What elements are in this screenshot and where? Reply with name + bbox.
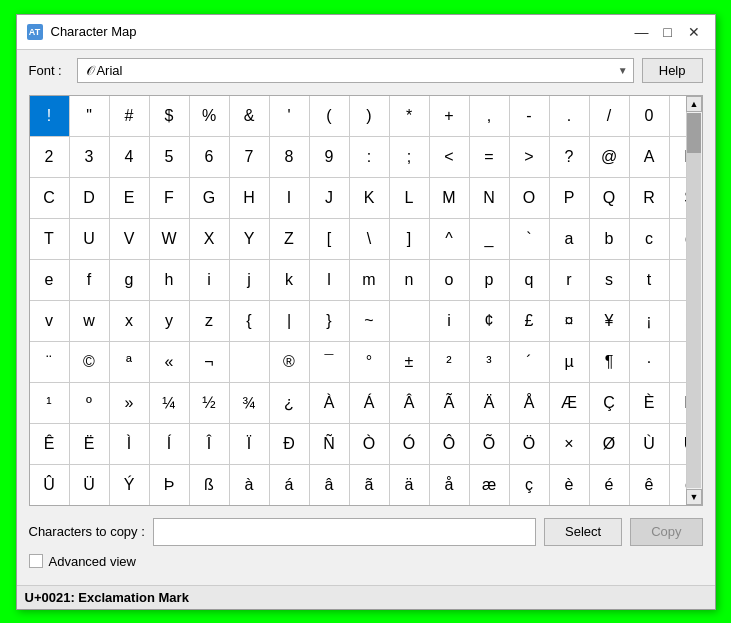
char-cell[interactable]: § (670, 301, 686, 341)
char-cell[interactable]: ª (110, 342, 150, 382)
char-cell[interactable]: O (510, 178, 550, 218)
char-cell[interactable]: m (350, 260, 390, 300)
advanced-view-checkbox[interactable] (29, 554, 43, 568)
char-cell[interactable]: Ê (30, 424, 70, 464)
char-cell[interactable]: ´ (510, 342, 550, 382)
scroll-down-button[interactable]: ▼ (686, 489, 702, 505)
char-cell[interactable]: i (190, 260, 230, 300)
char-cell[interactable]: 8 (270, 137, 310, 177)
char-cell[interactable]: « (150, 342, 190, 382)
char-cell[interactable]: ; (390, 137, 430, 177)
char-cell[interactable]: U (70, 219, 110, 259)
char-cell[interactable]: u (670, 260, 686, 300)
char-cell[interactable]: Æ (550, 383, 590, 423)
char-cell[interactable]: % (190, 96, 230, 136)
char-cell[interactable]: > (510, 137, 550, 177)
char-cell[interactable]: ¡ (630, 301, 670, 341)
char-cell[interactable]: s (590, 260, 630, 300)
char-cell[interactable]: Y (230, 219, 270, 259)
char-cell[interactable]: * (390, 96, 430, 136)
minimize-button[interactable]: — (631, 21, 653, 43)
char-cell[interactable]: D (70, 178, 110, 218)
char-cell[interactable]: ~ (350, 301, 390, 341)
char-cell[interactable]: J (310, 178, 350, 218)
char-cell[interactable]: w (70, 301, 110, 341)
char-cell[interactable]: S (670, 178, 686, 218)
char-cell[interactable]: £ (510, 301, 550, 341)
char-cell[interactable]: © (70, 342, 110, 382)
char-cell[interactable]: I (270, 178, 310, 218)
char-cell[interactable]: . (550, 96, 590, 136)
char-cell[interactable]: j (230, 260, 270, 300)
char-cell[interactable]: ) (350, 96, 390, 136)
char-cell[interactable]: X (190, 219, 230, 259)
char-cell[interactable]: & (230, 96, 270, 136)
char-cell[interactable]: 2 (30, 137, 70, 177)
char-cell[interactable]: ¨ (30, 342, 70, 382)
char-cell[interactable]: Ý (110, 465, 150, 505)
char-cell[interactable]: ê (630, 465, 670, 505)
char-cell[interactable]: k (270, 260, 310, 300)
char-cell[interactable]: T (30, 219, 70, 259)
char-cell[interactable]: f (70, 260, 110, 300)
char-cell[interactable]: Î (190, 424, 230, 464)
char-cell[interactable]: â (310, 465, 350, 505)
char-cell[interactable]: à (230, 465, 270, 505)
char-cell[interactable]: Õ (470, 424, 510, 464)
char-cell[interactable]: o (430, 260, 470, 300)
char-cell[interactable]: M (430, 178, 470, 218)
char-cell[interactable]: 4 (110, 137, 150, 177)
char-cell[interactable]: æ (470, 465, 510, 505)
char-cell[interactable]: ¶ (590, 342, 630, 382)
char-cell[interactable]: - (510, 96, 550, 136)
char-cell[interactable]: Ü (70, 465, 110, 505)
char-cell[interactable]: t (630, 260, 670, 300)
char-cell[interactable]: ² (430, 342, 470, 382)
char-cell[interactable]: 7 (230, 137, 270, 177)
char-cell[interactable]: Ï (230, 424, 270, 464)
char-cell[interactable]: C (30, 178, 70, 218)
char-cell[interactable]: Ò (350, 424, 390, 464)
char-cell[interactable]: , (470, 96, 510, 136)
char-cell[interactable]: $ (150, 96, 190, 136)
char-cell[interactable]: Í (150, 424, 190, 464)
char-cell[interactable]: 6 (190, 137, 230, 177)
char-cell[interactable]: ? (550, 137, 590, 177)
char-cell[interactable]: Ì (110, 424, 150, 464)
char-cell[interactable]: ç (510, 465, 550, 505)
char-cell[interactable]: Ã (430, 383, 470, 423)
char-cell[interactable]: " (70, 96, 110, 136)
char-cell[interactable]: ¢ (470, 301, 510, 341)
char-cell[interactable]: ' (270, 96, 310, 136)
char-cell[interactable]: Å (510, 383, 550, 423)
char-cell[interactable]: ß (190, 465, 230, 505)
char-cell[interactable]: ¾ (230, 383, 270, 423)
char-cell[interactable]: | (270, 301, 310, 341)
char-cell[interactable]: 5 (150, 137, 190, 177)
char-cell[interactable]: ! (30, 96, 70, 136)
char-cell[interactable]: 0 (630, 96, 670, 136)
char-cell[interactable]: Þ (150, 465, 190, 505)
char-cell[interactable]: é (590, 465, 630, 505)
char-cell[interactable]: W (150, 219, 190, 259)
char-cell[interactable]: Ç (590, 383, 630, 423)
char-cell[interactable]: / (590, 96, 630, 136)
char-cell[interactable]: ( (310, 96, 350, 136)
char-cell[interactable]: b (590, 219, 630, 259)
char-cell[interactable]: [ (310, 219, 350, 259)
char-cell[interactable]: V (110, 219, 150, 259)
char-cell[interactable]: ­ (230, 342, 270, 382)
char-cell[interactable]: h (150, 260, 190, 300)
char-cell[interactable]: Ð (270, 424, 310, 464)
char-cell[interactable]: ¼ (150, 383, 190, 423)
char-cell[interactable]: ¸ (670, 342, 686, 382)
char-cell[interactable]: ¥ (590, 301, 630, 341)
char-cell[interactable]: < (430, 137, 470, 177)
char-cell[interactable]: _ (470, 219, 510, 259)
scroll-up-button[interactable]: ▲ (686, 96, 702, 112)
char-cell[interactable]: ¿ (270, 383, 310, 423)
char-cell[interactable]: a (550, 219, 590, 259)
char-cell[interactable]: i (430, 301, 470, 341)
char-cell[interactable]: q (510, 260, 550, 300)
char-cell[interactable]: l (310, 260, 350, 300)
